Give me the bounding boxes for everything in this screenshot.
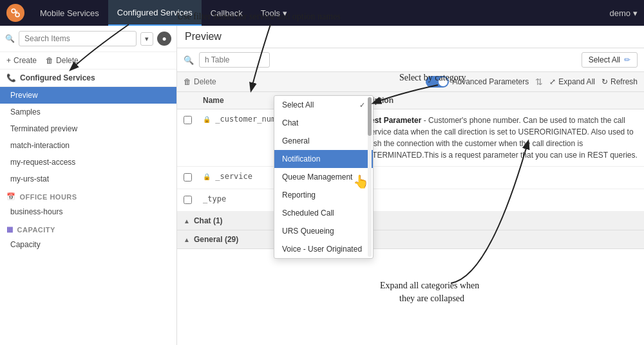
refresh-icon: ↻ — [601, 77, 608, 86]
delete-button[interactable]: 🗑 Delete — [46, 56, 79, 65]
category-general[interactable]: ▲ General (29) — [177, 230, 644, 249]
select-all-button[interactable]: Select All ✏ — [582, 52, 638, 68]
dropdown-item-queue-management[interactable]: Queue Management — [274, 168, 373, 186]
chevron-icon: ▲ — [184, 218, 190, 225]
sidebar-item-my-urs-stat[interactable]: my-urs-stat — [0, 171, 176, 187]
dropdown-item-scheduled-call[interactable]: Scheduled Call — [274, 204, 373, 222]
advanced-params-toggle-wrapper: Advanced Parameters — [426, 76, 529, 88]
content-toolbar: 🔍 Select All ✏ — [177, 48, 644, 72]
dropdown-scrollbar[interactable] — [368, 97, 372, 257]
row-description: Request Parameter - Customer's phone num… — [351, 115, 638, 161]
preview-title: Preview — [185, 31, 222, 42]
search-table-icon: 🔍 — [184, 55, 194, 65]
search-dropdown-button[interactable]: ▾ — [140, 32, 153, 46]
search-icon: 🔍 — [5, 34, 15, 43]
edit-icon: ✏ — [624, 55, 630, 64]
nav-callback[interactable]: Callback — [202, 0, 252, 26]
table-header: Name ⇅ Description — [177, 92, 644, 109]
sidebar-item-match-interaction[interactable]: match-interaction — [0, 137, 176, 154]
refresh-button[interactable]: ↻ Refresh — [601, 77, 638, 86]
capacity-icon: ▦ — [6, 225, 14, 234]
sidebar-item-business-hours[interactable]: business-hours — [0, 203, 176, 220]
user-menu[interactable]: demo ▾ — [609, 8, 638, 18]
dropdown-item-chat[interactable]: Chat — [274, 114, 373, 132]
nav-tools[interactable]: Tools ▾ — [252, 0, 296, 26]
capacity-section-header: ▦ Capacity — [0, 220, 176, 236]
configured-services-section: 📞 Configured Services — [0, 70, 176, 87]
delete-sm-button[interactable]: 🗑 Delete — [184, 77, 216, 86]
phone-icon: 📞 — [6, 73, 16, 82]
nav-mobile-services[interactable]: Mobile Services — [31, 0, 108, 26]
dropdown-item-reporting[interactable]: Reporting — [274, 186, 373, 204]
table-area: Name ⇅ Description 🔒 _customer_num Reque… — [177, 92, 644, 345]
svg-point-0 — [12, 9, 15, 13]
nav-configured-services[interactable]: Configured Services — [108, 0, 202, 26]
action-toolbar: 🗑 Delete Advanced Parameters ⇅ ⤢ Expand … — [177, 72, 644, 92]
sidebar-item-terminated-preview[interactable]: Terminated preview — [0, 120, 176, 137]
table-row: 🔒 _customer_num Request Parameter - Cust… — [177, 109, 644, 167]
advanced-params-toggle[interactable] — [426, 76, 449, 88]
dropdown-item-general[interactable]: General — [274, 132, 373, 150]
category-chat[interactable]: ▲ Chat (1) — [177, 212, 644, 230]
dropdown-item-voice-user-originated[interactable]: Voice - User Originated — [274, 240, 373, 258]
row-checkbox[interactable] — [184, 194, 196, 206]
search-circle-button[interactable]: ● — [157, 32, 171, 46]
header-desc-col: Description — [351, 96, 638, 105]
delete-icon: 🗑 — [46, 56, 53, 65]
svg-point-1 — [15, 13, 19, 17]
table-row: _type ors — [177, 189, 644, 212]
expand-icon: ⤢ — [549, 77, 556, 86]
select-dropdown: Select All ✓ Chat General Notification Q… — [274, 95, 374, 259]
content-header: Preview — [177, 26, 644, 48]
sidebar-item-preview[interactable]: Preview — [0, 87, 176, 104]
sidebar-item-my-request-access[interactable]: my-request-access — [0, 154, 176, 171]
content-area: Preview 🔍 Select All ✏ 🗑 Delete Advanced… — [177, 26, 644, 345]
check-icon: ✓ — [359, 101, 365, 109]
search-input[interactable] — [19, 31, 137, 46]
advanced-params-label: Advanced Parameters — [453, 77, 529, 86]
create-button[interactable]: + Create — [6, 56, 37, 65]
row-description: ors — [351, 194, 638, 206]
calendar-icon: 📅 — [6, 192, 16, 201]
row-checkbox[interactable] — [184, 115, 196, 126]
dropdown-item-notification[interactable]: Notification — [274, 150, 373, 168]
sidebar: 🔍 ▾ ● + Create 🗑 Delete 📞 Configured Ser… — [0, 26, 177, 345]
category-label: Chat (1) — [194, 216, 223, 225]
search-table-input[interactable] — [199, 52, 270, 68]
app-logo — [6, 4, 24, 22]
sidebar-item-capacity[interactable]: Capacity — [0, 236, 176, 253]
dropdown-item-urs-queueing[interactable]: URS Queueing — [274, 222, 373, 240]
tools-dropdown-icon: ▾ — [283, 8, 287, 18]
user-dropdown-icon: ▾ — [633, 8, 638, 18]
category-label: General (29) — [194, 235, 238, 244]
chevron-icon: ▲ — [184, 236, 190, 243]
lock-icon: 🔒 — [203, 116, 211, 123]
sort-icon[interactable]: ⇅ — [535, 77, 543, 87]
row-checkbox[interactable] — [184, 172, 196, 183]
create-icon: + — [6, 56, 11, 65]
sidebar-search-bar: 🔍 ▾ ● — [0, 26, 176, 52]
expand-all-button[interactable]: ⤢ Expand All — [549, 77, 595, 86]
dropdown-scrollbar-thumb — [368, 97, 372, 136]
sidebar-item-samples[interactable]: Samples — [0, 104, 176, 120]
sidebar-actions: + Create 🗑 Delete — [0, 52, 176, 70]
lock-icon: 🔒 — [203, 173, 211, 180]
table-row: 🔒 _service — [177, 167, 644, 189]
top-navigation: Mobile Services Configured Services Call… — [0, 0, 644, 26]
dropdown-item-select-all[interactable]: Select All ✓ — [274, 96, 373, 114]
trash-icon: 🗑 — [184, 77, 191, 86]
sidebar-items-list: Preview Samples Terminated preview match… — [0, 87, 176, 345]
office-hours-section-header: 📅 Office Hours — [0, 187, 176, 203]
